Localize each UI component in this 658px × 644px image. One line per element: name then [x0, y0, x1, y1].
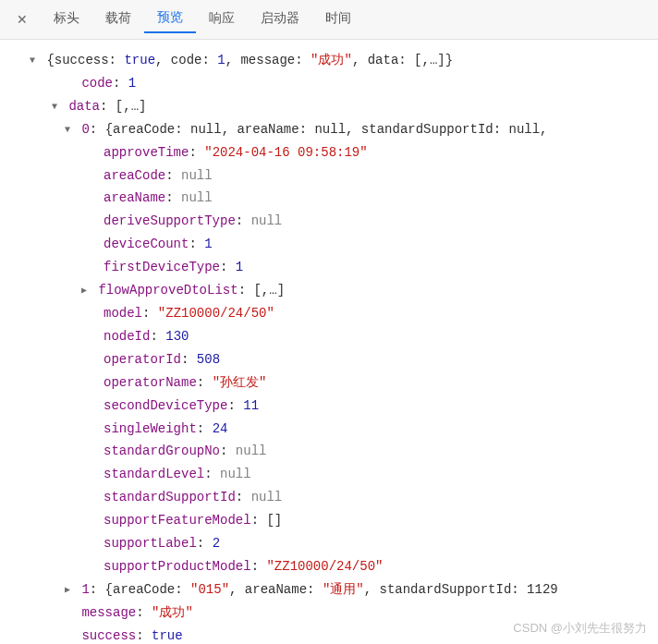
json-key[interactable]: supportFeatureModel	[104, 513, 251, 528]
json-key[interactable]: deriveSupportType	[104, 213, 236, 228]
key-code[interactable]: code	[81, 76, 113, 91]
json-key[interactable]: operatorId	[104, 352, 181, 367]
json-value: 1	[204, 237, 212, 251]
expand-toggle[interactable]: ▶	[81, 283, 91, 299]
json-value: null	[251, 213, 283, 228]
json-value: null	[181, 190, 213, 205]
json-key[interactable]: deviceCount	[104, 237, 189, 251]
key-message[interactable]: message	[81, 605, 136, 620]
json-key[interactable]: singleWeight	[104, 421, 197, 436]
json-value: 508	[197, 352, 220, 367]
json-key[interactable]: supportLabel	[104, 536, 197, 551]
json-value: "2024-04-16 09:58:19"	[204, 145, 367, 160]
watermark: CSDN @小刘先生很努力	[513, 620, 647, 637]
expand-toggle[interactable]: ▶	[65, 582, 74, 599]
json-value: 130	[165, 329, 189, 344]
key-data[interactable]: data	[68, 99, 100, 114]
tab-response[interactable]: 响应	[196, 6, 248, 32]
json-key[interactable]: approveTime	[104, 145, 189, 160]
json-key[interactable]: areaCode	[104, 168, 165, 183]
tab-headers[interactable]: 标头	[41, 6, 92, 32]
devtools-tabs: ✕ 标头 载荷 预览 响应 启动器 时间	[0, 0, 658, 40]
json-value: []	[266, 513, 282, 528]
tab-payload[interactable]: 载荷	[92, 6, 144, 32]
json-key[interactable]: standardLevel	[104, 467, 204, 481]
json-value: null	[220, 467, 251, 481]
key-flow[interactable]: flowApproveDtoList	[98, 283, 238, 298]
expand-toggle[interactable]: ▼	[65, 122, 74, 139]
json-key[interactable]: firstDeviceType	[104, 260, 220, 274]
key-success[interactable]: success	[81, 628, 136, 643]
json-value: null	[236, 444, 267, 458]
json-key[interactable]: standardSupportId	[104, 490, 236, 504]
key-item0[interactable]: 0	[81, 122, 89, 137]
json-tree: ▼ {success: true, code: 1, message: "成功"…	[0, 40, 658, 644]
expand-toggle[interactable]: ▼	[30, 53, 39, 69]
json-key[interactable]: model	[104, 306, 142, 321]
tab-timing[interactable]: 时间	[312, 6, 364, 32]
json-key[interactable]: supportProductModel	[104, 559, 251, 574]
json-value: null	[251, 490, 283, 504]
json-value: 2	[213, 536, 220, 551]
json-key[interactable]: standardGroupNo	[104, 444, 220, 458]
json-key[interactable]: areaName	[104, 190, 165, 205]
json-value: 24	[213, 421, 228, 436]
json-value: "孙红发"	[213, 375, 267, 390]
json-value: 1	[236, 260, 243, 274]
json-key[interactable]: operatorName	[104, 375, 197, 390]
json-key[interactable]: nodeId	[104, 329, 150, 344]
json-value: 11	[243, 398, 259, 413]
tab-initiator[interactable]: 启动器	[248, 6, 312, 32]
json-value: "ZZ10000/24/50"	[266, 559, 383, 574]
tab-preview[interactable]: 预览	[144, 6, 196, 33]
json-key[interactable]: secondDeviceType	[104, 398, 227, 413]
root-summary[interactable]: {success:	[46, 53, 124, 67]
expand-toggle[interactable]: ▼	[52, 99, 61, 115]
json-value: "ZZ10000/24/50"	[158, 306, 274, 321]
key-item1[interactable]: 1	[81, 582, 89, 597]
close-icon[interactable]: ✕	[7, 8, 41, 30]
json-value: null	[181, 168, 213, 183]
